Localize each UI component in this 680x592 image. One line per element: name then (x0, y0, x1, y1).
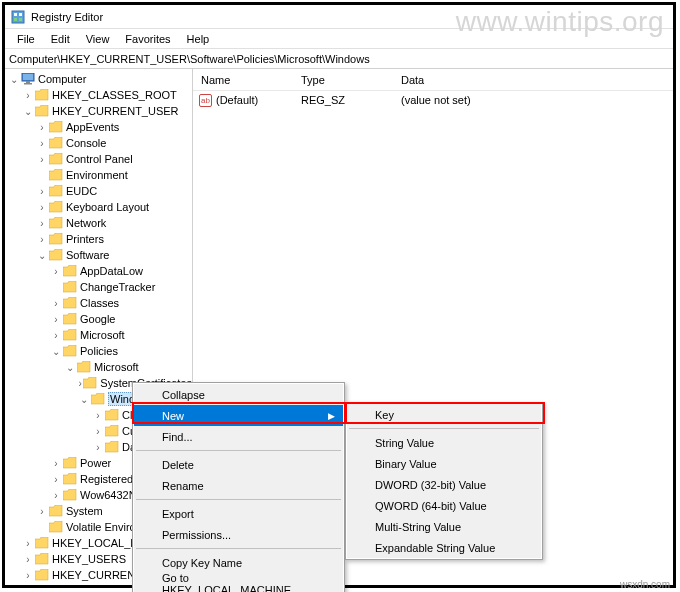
ctx-collapse[interactable]: Collapse (134, 384, 343, 405)
tree-appdatalow[interactable]: ›AppDataLow (5, 263, 192, 279)
tree-label: Console (66, 137, 106, 149)
ctx-goto-hklm[interactable]: Go to HKEY_LOCAL_MACHINE (134, 573, 343, 592)
expand-toggle-icon[interactable]: ⌄ (7, 74, 21, 85)
tree-label: EUDC (66, 185, 97, 197)
tree-policies[interactable]: ⌄Policies (5, 343, 192, 359)
menu-edit[interactable]: Edit (43, 31, 78, 47)
ctx-new-key[interactable]: Key (347, 404, 541, 425)
folder-icon (63, 345, 77, 357)
expand-toggle-icon[interactable]: › (35, 202, 49, 213)
tree-network[interactable]: ›Network (5, 215, 192, 231)
folder-icon (105, 425, 119, 437)
ctx-rename[interactable]: Rename (134, 475, 343, 496)
expand-toggle-icon[interactable]: › (21, 538, 35, 549)
expand-toggle-icon[interactable]: › (91, 442, 105, 453)
expand-toggle-icon[interactable]: ⌄ (63, 362, 77, 373)
ctx-copy-key-name[interactable]: Copy Key Name (134, 552, 343, 573)
tree-hkcu[interactable]: ⌄HKEY_CURRENT_USER (5, 103, 192, 119)
expand-toggle-icon[interactable]: › (91, 410, 105, 421)
expand-toggle-icon[interactable]: ⌄ (77, 394, 91, 405)
separator (136, 548, 341, 549)
expand-toggle-icon[interactable]: › (49, 330, 63, 341)
folder-icon (49, 521, 63, 533)
tree-controlpanel[interactable]: ›Control Panel (5, 151, 192, 167)
col-name[interactable]: Name (193, 74, 293, 86)
tree-classes[interactable]: ›Classes (5, 295, 192, 311)
tree-environment[interactable]: Environment (5, 167, 192, 183)
folder-icon (63, 265, 77, 277)
expand-toggle-icon[interactable]: › (91, 426, 105, 437)
folder-icon (35, 569, 49, 581)
menu-help[interactable]: Help (179, 31, 218, 47)
menu-favorites[interactable]: Favorites (117, 31, 178, 47)
address-bar[interactable]: Computer\HKEY_CURRENT_USER\Software\Poli… (5, 49, 673, 69)
computer-icon (21, 73, 35, 85)
expand-toggle-icon[interactable]: › (49, 474, 63, 485)
col-type[interactable]: Type (293, 74, 393, 86)
value-row[interactable]: ab(Default) REG_SZ (value not set) (193, 91, 673, 109)
ctx-new[interactable]: New▶ (134, 405, 343, 426)
tree-hkcr[interactable]: ›HKEY_CLASSES_ROOT (5, 87, 192, 103)
ctx-delete[interactable]: Delete (134, 454, 343, 475)
expand-toggle-icon[interactable]: › (35, 506, 49, 517)
svg-rect-0 (12, 11, 24, 23)
value-name: (Default) (216, 94, 258, 106)
expand-toggle-icon[interactable]: › (21, 90, 35, 101)
string-value-icon: ab (199, 94, 212, 107)
tree-software[interactable]: ⌄Software (5, 247, 192, 263)
tree-microsoft[interactable]: ›Microsoft (5, 327, 192, 343)
tree-label: AppDataLow (80, 265, 143, 277)
separator (136, 450, 341, 451)
expand-toggle-icon[interactable]: › (35, 154, 49, 165)
expand-toggle-icon[interactable]: › (35, 186, 49, 197)
expand-toggle-icon[interactable]: ⌄ (35, 250, 49, 261)
expand-toggle-icon[interactable]: › (49, 298, 63, 309)
tree-label: Environment (66, 169, 128, 181)
column-headers[interactable]: Name Type Data (193, 69, 673, 91)
ctx-export[interactable]: Export (134, 503, 343, 524)
ctx-new-string[interactable]: String Value (347, 432, 541, 453)
expand-toggle-icon[interactable]: › (35, 218, 49, 229)
ctx-new-binary[interactable]: Binary Value (347, 453, 541, 474)
tree-console[interactable]: ›Console (5, 135, 192, 151)
tree-printers[interactable]: ›Printers (5, 231, 192, 247)
separator (136, 499, 341, 500)
tree-keyboard[interactable]: ›Keyboard Layout (5, 199, 192, 215)
computer-root[interactable]: ⌄Computer (5, 71, 192, 87)
tree-policies-microsoft[interactable]: ⌄Microsoft (5, 359, 192, 375)
svg-rect-4 (19, 18, 22, 21)
ctx-new-dword[interactable]: DWORD (32-bit) Value (347, 474, 541, 495)
tree-changetracker[interactable]: ChangeTracker (5, 279, 192, 295)
ctx-find[interactable]: Find... (134, 426, 343, 447)
tree-appevents[interactable]: ›AppEvents (5, 119, 192, 135)
ctx-new-expandstring[interactable]: Expandable String Value (347, 537, 541, 558)
folder-icon (49, 121, 63, 133)
address-path: Computer\HKEY_CURRENT_USER\Software\Poli… (9, 53, 370, 65)
ctx-new-multistring[interactable]: Multi-String Value (347, 516, 541, 537)
ctx-permissions[interactable]: Permissions... (134, 524, 343, 545)
menu-file[interactable]: File (9, 31, 43, 47)
expand-toggle-icon[interactable]: › (49, 314, 63, 325)
folder-icon (49, 153, 63, 165)
folder-icon (63, 297, 77, 309)
expand-toggle-icon[interactable]: › (35, 138, 49, 149)
folder-icon (83, 377, 97, 389)
expand-toggle-icon[interactable]: ⌄ (21, 106, 35, 117)
expand-toggle-icon[interactable]: › (21, 570, 35, 581)
folder-icon (105, 409, 119, 421)
expand-toggle-icon[interactable]: › (49, 458, 63, 469)
menu-view[interactable]: View (78, 31, 118, 47)
folder-icon (63, 281, 77, 293)
tree-eudc[interactable]: ›EUDC (5, 183, 192, 199)
col-data[interactable]: Data (393, 74, 673, 86)
expand-toggle-icon[interactable]: › (35, 234, 49, 245)
ctx-new-qword[interactable]: QWORD (64-bit) Value (347, 495, 541, 516)
expand-toggle-icon[interactable]: › (35, 122, 49, 133)
folder-icon (63, 329, 77, 341)
expand-toggle-icon[interactable]: › (49, 490, 63, 501)
expand-toggle-icon[interactable]: › (49, 266, 63, 277)
expand-toggle-icon[interactable]: › (21, 554, 35, 565)
tree-google[interactable]: ›Google (5, 311, 192, 327)
tree-label: ChangeTracker (80, 281, 155, 293)
expand-toggle-icon[interactable]: ⌄ (49, 346, 63, 357)
